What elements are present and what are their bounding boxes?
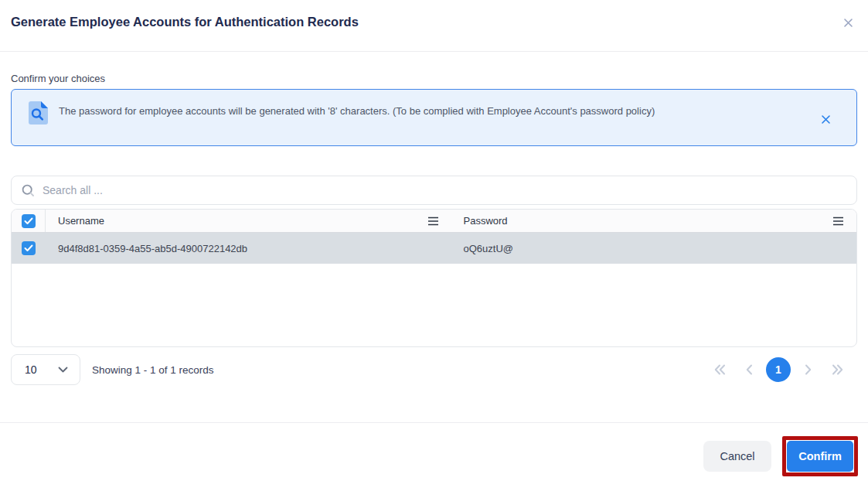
search-input[interactable] — [43, 184, 846, 196]
pager-controls: 1 — [707, 357, 849, 382]
chevron-down-icon — [58, 367, 68, 373]
page-size-value: 10 — [25, 363, 37, 376]
alert-message: The password for employee accounts will … — [59, 99, 655, 118]
table-header-row: Username Password — [12, 210, 856, 233]
last-page-icon[interactable] — [825, 357, 849, 382]
username-column-label: Username — [58, 215, 104, 227]
file-search-icon — [28, 101, 49, 128]
records-summary: Showing 1 - 1 of 1 records — [92, 364, 214, 376]
column-header-username: Username — [46, 210, 451, 232]
first-page-icon[interactable] — [707, 357, 732, 382]
modal-body: Confirm your choices The password for em… — [0, 73, 868, 385]
confirm-choices-label: Confirm your choices — [11, 73, 857, 84]
column-header-password: Password — [451, 210, 857, 232]
records-table: Username Password — [11, 209, 857, 347]
search-bar — [11, 176, 857, 205]
password-column-label: Password — [464, 215, 508, 227]
cancel-button[interactable]: Cancel — [703, 441, 771, 472]
confirm-button[interactable]: Confirm — [787, 441, 853, 472]
modal-header: Generate Employee Accounts for Authentic… — [0, 0, 868, 52]
pagination-bar: 10 Showing 1 - 1 of 1 records 1 — [11, 354, 857, 385]
modal-footer: Cancel Confirm — [0, 423, 868, 476]
page-title: Generate Employee Accounts for Authentic… — [11, 15, 359, 29]
table-row[interactable]: 9d4f8d81-0359-4a55-ab5d-4900722142db oQ6… — [12, 233, 856, 264]
next-page-icon[interactable] — [795, 357, 820, 382]
search-icon — [22, 184, 35, 197]
alert-dismiss-icon[interactable] — [821, 114, 831, 128]
current-page-button[interactable]: 1 — [766, 357, 791, 382]
page-size-select[interactable]: 10 — [11, 354, 80, 385]
password-column-menu-icon[interactable] — [832, 217, 844, 226]
username-column-menu-icon[interactable] — [427, 217, 439, 226]
password-policy-alert: The password for employee accounts will … — [11, 89, 857, 146]
prev-page-icon[interactable] — [737, 357, 761, 382]
row-checkbox[interactable] — [22, 241, 36, 255]
select-all-checkbox[interactable] — [22, 214, 36, 228]
select-all-cell — [12, 210, 46, 232]
row-checkbox-cell — [12, 241, 46, 255]
username-cell: 9d4f8d81-0359-4a55-ab5d-4900722142db — [46, 243, 451, 254]
confirm-highlight-annotation: Confirm — [782, 436, 858, 476]
password-cell: oQ6uztU@ — [451, 243, 857, 254]
close-icon[interactable] — [841, 15, 856, 33]
